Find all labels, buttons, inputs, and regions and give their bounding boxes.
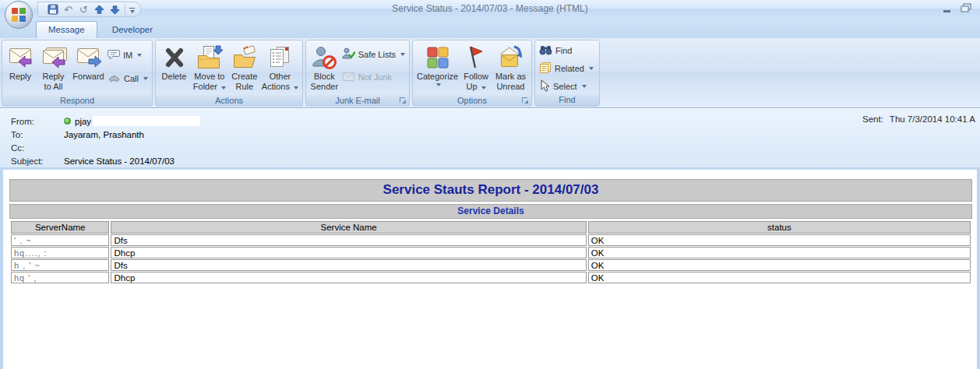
find-button[interactable]: Find (538, 44, 573, 58)
other-actions-button[interactable]: Other Actions (260, 42, 300, 95)
service-name: Dfs (111, 259, 586, 271)
dropdown-arrow-icon (143, 77, 148, 80)
follow-up-button[interactable]: Follow Up (460, 42, 492, 95)
status-value: OK (588, 234, 971, 246)
table-row: ' . ~ Dfs OK (11, 234, 971, 246)
server-name-redacted: hq...., : (14, 248, 48, 258)
related-documents-icon (539, 62, 552, 75)
move-to-folder-button[interactable]: Move to Folder (190, 42, 229, 95)
categorize-button[interactable]: Categorize (415, 42, 460, 95)
server-name-redacted: h , ' ~ (14, 261, 41, 270)
table-row: hq...., : Dhcp OK (11, 247, 971, 258)
dropdown-arrow-icon (589, 67, 594, 70)
service-name: Dfs (111, 234, 586, 246)
reply-icon (6, 44, 34, 72)
tab-message[interactable]: Message (36, 21, 97, 38)
safe-lists-button[interactable]: Safe Lists (340, 47, 407, 62)
group-respond: Reply Reply to All (2, 40, 153, 107)
subject-label: Subject: (11, 156, 64, 166)
service-status-table: ServerName Service Name status ' . ~ Dfs… (9, 220, 972, 284)
delete-button[interactable]: Delete (158, 42, 190, 95)
message-body: Service Stauts Report - 2014/07/03 Servi… (3, 169, 977, 369)
tab-developer[interactable]: Developer (100, 22, 164, 38)
related-button[interactable]: Related (538, 61, 595, 76)
group-actions: Delete Move to Folder (155, 40, 303, 107)
dialog-launcher-icon[interactable] (399, 97, 407, 105)
office-logo-icon (12, 8, 26, 22)
group-find: Find Related (534, 40, 600, 107)
find-binoculars-icon (539, 44, 552, 57)
select-button[interactable]: Select (538, 79, 588, 94)
office-button[interactable] (5, 1, 33, 29)
not-junk-button: Not Junk (340, 70, 407, 84)
table-row: h , ' ~ Dfs OK (11, 259, 971, 271)
im-button[interactable]: IM (106, 48, 150, 62)
dropdown-arrow-icon (137, 54, 142, 57)
move-to-folder-icon (196, 44, 224, 72)
follow-up-flag-icon (462, 44, 490, 72)
from-value[interactable]: pjay (75, 117, 91, 126)
title-bar: ↶ ↺ Service Status - 2014/07/03 - Messag… (0, 0, 980, 19)
group-label-actions: Actions (156, 95, 302, 107)
column-header-status: status (588, 221, 971, 234)
server-name-redacted: hq ' , (14, 273, 37, 283)
group-label-respond: Respond (2, 95, 152, 107)
block-sender-button[interactable]: Block Sender (308, 42, 340, 95)
to-value[interactable]: Jayaram, Prashanth (64, 130, 144, 139)
group-label-junk: Junk E-mail (306, 95, 409, 107)
create-rule-button[interactable]: Create Rule (229, 42, 260, 95)
status-value: OK (588, 259, 971, 271)
from-label: From: (11, 117, 64, 126)
categorize-icon (424, 44, 452, 72)
safe-lists-icon (342, 47, 355, 61)
section-title: Service Details (9, 204, 972, 219)
group-junk: Block Sender Safe Lists (305, 40, 410, 107)
dialog-launcher-icon[interactable] (521, 97, 530, 105)
message-header: From: pjay To: Jayaram, Prashanth Cc: Su… (0, 108, 980, 167)
dropdown-arrow-icon (221, 86, 226, 90)
from-field: From: pjay (11, 114, 980, 128)
to-field: To: Jayaram, Prashanth (11, 128, 980, 141)
cc-label: Cc: (11, 143, 64, 153)
cc-field: Cc: (11, 141, 980, 154)
mark-as-unread-button[interactable]: Mark as Unread (492, 42, 529, 95)
dropdown-arrow-icon (436, 83, 441, 86)
delete-icon (160, 44, 189, 72)
create-rule-icon (231, 44, 259, 72)
status-value: OK (588, 272, 971, 283)
window-controls (941, 4, 972, 13)
table-header-row: ServerName Service Name status (11, 221, 971, 234)
forward-button[interactable]: Forward (71, 42, 106, 95)
status-value: OK (588, 247, 971, 258)
report-title: Service Stauts Report - 2014/07/03 (9, 179, 972, 202)
sent-field: Sent: Thu 7/3/2014 10:41 A (862, 114, 975, 124)
dropdown-arrow-icon (582, 85, 587, 88)
window-title: Service Status - 2014/07/03 - Message (H… (0, 3, 980, 14)
forward-icon (75, 44, 103, 72)
service-name: Dhcp (111, 272, 586, 283)
reply-to-all-button[interactable]: Reply to All (36, 42, 71, 95)
to-label: To: (11, 130, 64, 139)
presence-online-icon (64, 118, 71, 125)
restore-button[interactable] (961, 4, 972, 13)
service-name: Dhcp (111, 247, 586, 258)
other-actions-icon (266, 44, 294, 72)
minimize-button[interactable] (941, 4, 953, 13)
column-header-servername: ServerName (11, 221, 109, 234)
reply-to-all-icon (40, 44, 68, 72)
mark-as-unread-icon (496, 44, 524, 72)
ribbon: Reply Reply to All (0, 38, 980, 108)
ribbon-tabs: Message Developer (0, 19, 980, 38)
select-cursor-icon (539, 79, 550, 93)
block-sender-icon (310, 44, 338, 72)
sent-value: Thu 7/3/2014 10:41 A (890, 114, 975, 124)
call-button[interactable]: Call (106, 72, 150, 85)
reply-button[interactable]: Reply (5, 42, 36, 95)
dropdown-arrow-icon (400, 53, 405, 56)
group-label-options: Options (413, 95, 531, 107)
im-icon (108, 49, 120, 62)
column-header-servicename: Service Name (111, 221, 586, 234)
group-label-find: Find (535, 94, 599, 106)
message-window: ↶ ↺ Service Status - 2014/07/03 - Messag… (0, 0, 980, 369)
subject-field: Subject: Service Status - 2014/07/03 (11, 154, 980, 167)
